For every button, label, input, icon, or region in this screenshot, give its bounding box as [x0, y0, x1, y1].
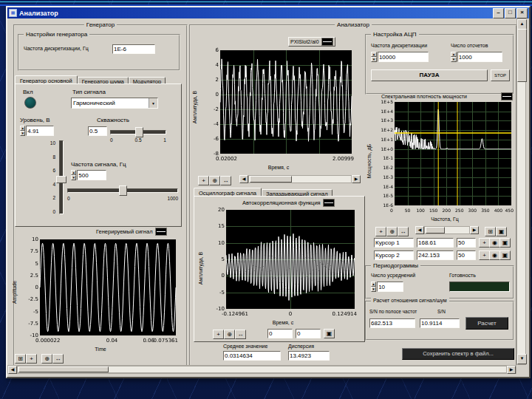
snr-band-field[interactable] — [369, 318, 415, 328]
scroll-down-icon[interactable]: ▼ — [517, 354, 527, 364]
graph-grid-icon[interactable]: ⊞ — [15, 354, 26, 364]
pause-button[interactable]: ПАУЗА — [371, 69, 488, 81]
scrollbar-thumb[interactable] — [426, 227, 445, 233]
spectrum-scrollbar[interactable]: ◀ ▶ — [415, 226, 479, 234]
adc-sample-rate-label: Частота дискретизации — [371, 43, 427, 48]
lock-icon[interactable]: ▣ — [499, 250, 511, 260]
scrollbar-thumb[interactable] — [250, 176, 292, 183]
acquired-chart-scrollbar[interactable]: ◀ ▶ — [239, 175, 361, 183]
level-stepper[interactable]: ▲▼ — [20, 126, 54, 136]
scrollbar-thumb[interactable] — [517, 29, 527, 82]
horizontal-scrollbar[interactable]: ◀ ▶ — [7, 365, 516, 374]
spinner-icons[interactable]: ▲▼ — [371, 282, 376, 292]
chevron-down-icon[interactable]: ▼ — [149, 98, 157, 108]
adc-samples-stepper[interactable]: ▲▼ — [451, 52, 502, 62]
adc-samples-field[interactable] — [457, 52, 502, 62]
autocorrelation-palette: +⊕↔ — [213, 329, 246, 342]
title-bar[interactable]: ▦ Анализатор – □ × — [7, 7, 529, 18]
graph-zoom-icon[interactable]: ⊕ — [209, 176, 220, 185]
level-slider-scale: 1086420 — [47, 140, 55, 214]
spinner-icons[interactable]: ▲▼ — [20, 126, 25, 136]
graph-pan-icon[interactable]: ↔ — [52, 354, 64, 364]
scrollbar-thumb[interactable] — [18, 366, 109, 372]
legend-plot-icon — [321, 38, 333, 46]
graph-cursor-icon[interactable]: + — [198, 176, 209, 185]
cursor-move-icon[interactable]: + — [479, 238, 490, 248]
variance-label: Дисперсия — [288, 344, 314, 349]
enable-label: Вкл — [23, 89, 33, 95]
save-spectrum-button[interactable]: Сохранить спектр в файл... — [402, 348, 514, 360]
cursor1-y-field[interactable] — [457, 238, 476, 248]
scroll-right-icon[interactable]: ▶ — [507, 366, 516, 374]
graph-zoom-icon[interactable]: ⊕ — [386, 227, 398, 236]
scrollbar-track[interactable] — [17, 366, 507, 373]
scrollbar-track[interactable] — [248, 175, 352, 183]
adc-sample-rate-stepper[interactable]: ▲▼ — [371, 52, 429, 62]
graph-cursor-icon[interactable]: + — [213, 330, 224, 339]
averages-field[interactable] — [377, 282, 403, 292]
cursor2-x-field[interactable] — [417, 250, 454, 260]
cursor1-name-field[interactable] — [374, 238, 414, 248]
averages-stepper[interactable]: ▲▼ — [371, 282, 403, 292]
scrollbar-track[interactable] — [424, 226, 470, 234]
graph-cursor-icon[interactable]: + — [375, 227, 386, 236]
calc-button[interactable]: Расчет — [466, 317, 508, 330]
snr-field[interactable] — [420, 318, 460, 328]
cursor-move-icon[interactable]: + — [479, 250, 490, 260]
freq-stepper[interactable]: ▲▼ — [71, 170, 106, 180]
acquired-signal-ylabel: Амплитуда, В — [192, 59, 197, 155]
cursor-marker-icon[interactable]: ◉ — [489, 250, 500, 260]
acquired-signal-chart — [202, 47, 355, 164]
graph-pan-icon[interactable]: ↔ — [235, 330, 246, 339]
graph-cursor-icon[interactable]: + — [26, 354, 37, 364]
graph-grid-icon[interactable]: ⊞ — [485, 227, 496, 236]
freq-slider-thumb[interactable] — [119, 185, 127, 196]
freq-slider[interactable] — [67, 185, 178, 194]
stop-button[interactable]: STOP — [491, 69, 510, 81]
lock-icon[interactable]: ▣ — [499, 238, 511, 248]
duty-field[interactable] — [88, 126, 107, 136]
freq-slider-scale: 01000 — [67, 196, 178, 201]
spinner-icons[interactable]: ▲▼ — [71, 170, 76, 180]
graph-pan-icon[interactable]: ↔ — [220, 176, 231, 185]
level-slider-thumb[interactable] — [56, 176, 66, 183]
vertical-scrollbar[interactable]: ▲ ▼ — [516, 18, 526, 365]
scroll-up-icon[interactable]: ▲ — [517, 19, 527, 30]
mean-field[interactable] — [223, 351, 281, 361]
scroll-left-icon[interactable]: ◀ — [239, 175, 248, 183]
close-button[interactable]: × — [516, 8, 528, 18]
duty-slider-thumb[interactable] — [135, 127, 143, 137]
freq-field[interactable] — [77, 170, 106, 180]
enable-led-button[interactable] — [24, 97, 36, 109]
signal-type-dropdown[interactable]: Гармонический ▼ — [71, 98, 158, 109]
freq-label: Частота сигнала, Гц — [71, 161, 126, 168]
lock-icon[interactable]: ▣ — [496, 227, 507, 236]
scroll-right-icon[interactable]: ▶ — [470, 226, 479, 234]
scroll-right-icon[interactable]: ▶ — [352, 175, 361, 183]
scroll-left-icon[interactable]: ◀ — [415, 226, 424, 234]
graph-zoom-icon[interactable]: ⊕ — [224, 330, 235, 339]
autocorr-cursor-x-field[interactable] — [267, 329, 293, 338]
duty-slider[interactable] — [110, 127, 166, 136]
spectrum-chart[interactable] — [375, 99, 514, 216]
cursor2-name-field[interactable] — [374, 250, 414, 260]
cursor2-y-field[interactable] — [457, 250, 476, 260]
lock-icon[interactable]: ▣ — [324, 329, 335, 338]
signal-type-label: Тип сигнала — [72, 89, 106, 95]
cursor1-x-field[interactable] — [417, 238, 454, 248]
adc-sample-rate-field[interactable] — [378, 52, 429, 62]
minimize-button[interactable]: – — [493, 8, 504, 18]
graph-zoom-icon[interactable]: ⊕ — [41, 354, 52, 364]
scroll-left-icon[interactable]: ◀ — [8, 366, 17, 374]
level-field[interactable] — [26, 126, 54, 136]
variance-field[interactable] — [288, 351, 330, 361]
cursor-marker-icon[interactable]: ◉ — [489, 238, 500, 248]
graph-pan-icon[interactable]: ↔ — [398, 227, 409, 236]
autocorr-cursor-y-field[interactable] — [296, 329, 321, 338]
spinner-icons[interactable]: ▲▼ — [371, 52, 377, 62]
spinner-icons[interactable]: ▲▼ — [451, 52, 457, 62]
generated-signal-ylabel: Amplitude — [12, 250, 17, 335]
gen-sample-rate-field[interactable] — [112, 44, 155, 54]
maximize-button[interactable]: □ — [505, 8, 516, 18]
level-slider[interactable]: 1086420 — [47, 140, 69, 214]
